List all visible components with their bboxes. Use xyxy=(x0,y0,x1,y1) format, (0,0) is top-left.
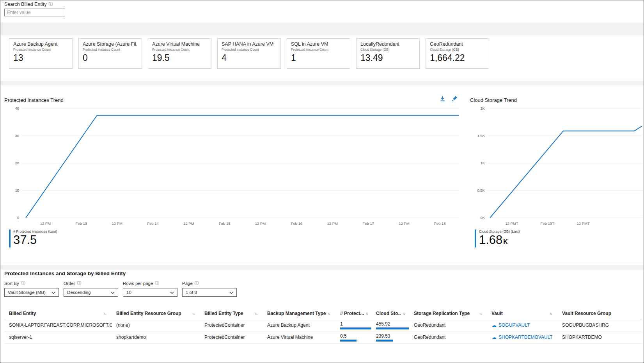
vault-link[interactable]: SHOPKARTDEMOVAULT xyxy=(499,335,553,340)
cell-backup-management-type: Azure Backup Agent xyxy=(263,319,335,331)
kpi-card-title: Azure Backup Agent xyxy=(13,41,68,47)
col-header-label: Storage Replication Type xyxy=(414,311,470,316)
chart-toolbar xyxy=(439,95,458,102)
cell-replication-type: GeoRedundant xyxy=(409,319,487,331)
legend-color-bar xyxy=(9,230,11,247)
col-header-label: Vault Resource Group xyxy=(562,311,611,316)
sort-by-label: Sort By xyxy=(4,281,19,286)
pin-icon[interactable] xyxy=(451,95,458,102)
sort-by-dropdown[interactable]: Vault Storage (MB) xyxy=(4,288,59,297)
col-header-billed-entity[interactable]: Billed Entity ↑↓ xyxy=(4,308,112,319)
kpi-card-subtitle: Protected Instance Count xyxy=(152,48,207,52)
col-header-label: Billed Entity xyxy=(9,311,36,316)
section-divider xyxy=(0,23,644,36)
line-chart-canvas xyxy=(488,109,642,218)
col-header-billed-entity-resource-group[interactable]: Billed Entity Resource Group ↑↓ xyxy=(112,308,200,319)
chevron-down-icon xyxy=(229,290,233,295)
kpi-card-title: SAP HANA in Azure VM xyxy=(222,41,277,47)
cell-vault: ☁ SOGUPVAULT xyxy=(487,319,557,331)
x-tick: 12 PM xyxy=(112,221,122,226)
y-tick: 10 xyxy=(0,188,19,192)
col-header-billed-entity-type[interactable]: Billed Entity Type ↑↓ xyxy=(200,308,263,319)
kpi-card-subtitle: Cloud Storage (GB) xyxy=(360,48,415,52)
cloud-storage-bar xyxy=(376,327,409,329)
line-chart-plot-area xyxy=(488,109,642,218)
col-header-vault[interactable]: Vault ↑↓ xyxy=(487,308,557,319)
info-icon: ⓘ xyxy=(21,280,25,286)
cloud-storage-value: 239.53 xyxy=(376,333,390,339)
backup-report-dashboard: Search Billed Entity ⓘ Azure Backup Agen… xyxy=(0,0,644,363)
kpi-card-value: 0 xyxy=(83,53,138,63)
cell-replication-type: GeoRedundant xyxy=(409,331,487,343)
col-header-label: Billed Entity Resource Group xyxy=(116,311,181,316)
kpi-card-title: LocallyRedundant xyxy=(360,41,415,47)
sort-icon[interactable]: ↑↓ xyxy=(255,311,257,316)
y-tick: 30 xyxy=(0,133,19,138)
kpi-card-subtitle: Protected Instance Count xyxy=(13,48,68,52)
sort-icon[interactable]: ↑↓ xyxy=(365,311,368,316)
sort-icon[interactable]: ↑↓ xyxy=(192,311,194,316)
x-tick: Feb 13T xyxy=(540,221,554,226)
info-icon: ⓘ xyxy=(155,280,159,286)
legend-value: 1.68K xyxy=(479,233,520,247)
page-value: 1 of 8 xyxy=(186,290,197,295)
table-controls: Sort By ⓘ Vault Storage (MB) Order ⓘ Des… xyxy=(4,280,241,297)
protected-instances-trend-chart: Protected Instances Trend 40 30 20 10 0 … xyxy=(0,90,465,265)
search-billed-entity-group: Search Billed Entity ⓘ xyxy=(4,1,65,16)
kpi-card-locally-redundant: LocallyRedundant Cloud Storage (GB) 13.4… xyxy=(356,38,420,69)
chevron-down-icon xyxy=(111,290,115,295)
rows-per-page-label: Rows per page xyxy=(123,281,153,286)
y-tick: 1.5K xyxy=(470,133,485,138)
chevron-down-icon xyxy=(51,290,55,295)
col-header-protected-count[interactable]: # Protect... ↑↓ xyxy=(335,308,371,319)
table-row[interactable]: SONIA-LAPTOP.FAREAST.CORP.MICROSOFT.COM … xyxy=(4,319,642,331)
chevron-down-icon xyxy=(170,290,174,295)
kpi-card-sql-in-vm: SQL in Azure VM Protected Instance Count… xyxy=(287,38,350,69)
col-header-cloud-storage[interactable]: Cloud Sto.. ↑↓ xyxy=(371,308,409,319)
sort-icon[interactable]: ↑↓ xyxy=(479,311,481,316)
x-tick: 12 PMT xyxy=(505,221,518,226)
y-tick: 0.5K xyxy=(470,188,485,192)
chart-title: Protected Instances Trend xyxy=(4,97,64,103)
vault-link[interactable]: SOGUPVAULT xyxy=(499,322,530,328)
chart-title: Cloud Storage Trend xyxy=(470,97,517,103)
search-input[interactable] xyxy=(4,9,65,16)
sort-icon[interactable]: ↑↓ xyxy=(104,311,106,316)
order-value: Descending xyxy=(67,290,91,295)
cloud-icon: ☁ xyxy=(491,335,497,340)
col-header-storage-replication-type[interactable]: Storage Replication Type ↑↓ xyxy=(409,308,487,319)
cloud-storage-bar xyxy=(376,340,393,342)
col-header-backup-management-type[interactable]: Backup Management Type ↑↓ xyxy=(263,308,335,319)
kpi-card-azure-storage: Azure Storage (Azure Fil... Protected In… xyxy=(78,38,142,69)
order-dropdown[interactable]: Descending xyxy=(64,288,118,297)
kpi-card-value: 19.5 xyxy=(152,53,207,63)
legend-value-unit: K xyxy=(503,238,508,245)
kpi-card-subtitle: Protected Instance Count xyxy=(291,48,346,52)
search-label-row: Search Billed Entity ⓘ xyxy=(4,1,65,7)
sort-by-value: Vault Storage (MB) xyxy=(8,290,46,295)
kpi-card-title: SQL in Azure VM xyxy=(291,41,346,47)
col-header-vault-resource-group[interactable]: Vault Resource Group xyxy=(557,308,642,319)
x-tick: 12 PM xyxy=(40,221,51,226)
col-header-label: Billed Entity Type xyxy=(204,311,243,316)
y-tick: 20 xyxy=(0,161,19,165)
sort-icon[interactable]: ↑↓ xyxy=(402,311,404,316)
page-dropdown[interactable]: 1 of 8 xyxy=(182,288,237,297)
rows-per-page-dropdown[interactable]: 10 xyxy=(123,288,177,297)
sort-icon[interactable]: ↑↓ xyxy=(550,311,552,316)
legend-value-number: 1.68 xyxy=(479,233,502,247)
kpi-card-geo-redundant: GeoRedundant Cloud Storage (GB) 1,664.22 xyxy=(426,38,489,69)
table-row[interactable]: sqlserver-1 shopkartdemo ProtectedContai… xyxy=(4,331,642,343)
kpi-card-subtitle: Cloud Storage (GB) xyxy=(430,48,485,52)
rows-per-page-control: Rows per page ⓘ 10 xyxy=(123,280,177,297)
sort-icon[interactable]: ↑↓ xyxy=(327,311,330,316)
legend-value: 37.5 xyxy=(13,233,57,247)
cell-resource-group: shopkartdemo xyxy=(112,331,200,343)
rows-per-page-value: 10 xyxy=(126,290,131,295)
x-tick: Feb 16 xyxy=(291,221,303,226)
y-tick: 2K xyxy=(470,106,485,110)
x-tick: 12 PM xyxy=(399,221,409,226)
download-icon[interactable] xyxy=(439,95,446,102)
cell-cloud-storage: 239.53 xyxy=(371,331,409,343)
kpi-cards-row: Azure Backup Agent Protected Instance Co… xyxy=(9,38,489,69)
